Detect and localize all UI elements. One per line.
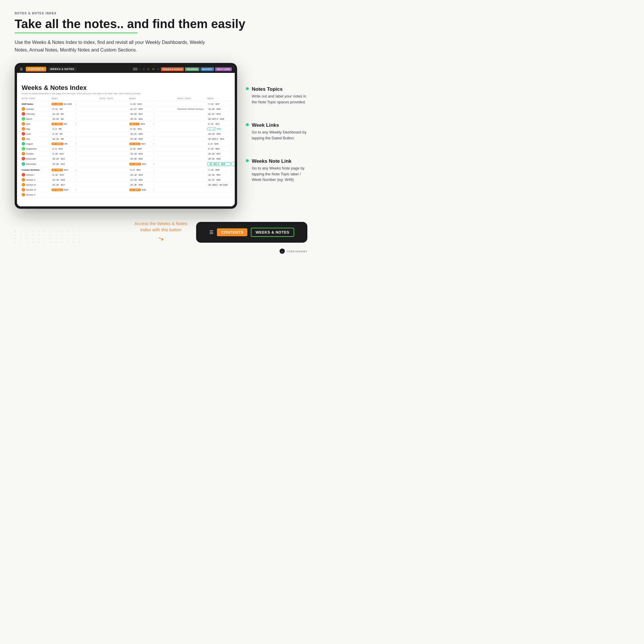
index-title: Weeks & Notes Index — [22, 84, 235, 92]
callouts: Notes Topics Write out and label your no… — [246, 63, 307, 183]
arrow-text: Access the Weeks & NotesIndex with this … — [134, 220, 187, 233]
callout-title: Weeks Note Link — [252, 158, 307, 164]
table-row: › Section V — [22, 192, 235, 197]
nav-dot: › — [22, 178, 25, 181]
main-content: ⊕ CREATE Weeks & Notes Index Access all … — [17, 73, 235, 206]
table-header: NOTE TOPIC WEEK NOTE TOPIC WEEK NOTE TOP… — [22, 97, 235, 101]
device-mockup: ☰ CONTENTS WEEKS & NOTES I II III IV V R… — [15, 63, 237, 208]
callout-title: Week Links — [252, 122, 307, 128]
table-row: › June 9 - 15W7 › 15 - 21W25 › 18 - 25W4… — [22, 131, 235, 136]
table-row: › November 16 - 22W12 › 20 - 26W30 › 23 … — [22, 156, 235, 161]
nav-dot: › — [22, 132, 25, 136]
callout-text: Go to any Weekly Dashboard by tapping th… — [252, 129, 307, 141]
bottom-weeks-button[interactable]: WEEKS & NOTES — [251, 228, 294, 237]
nav-dot: › — [22, 112, 25, 116]
table-row: 2025 Notes 29 - JAN 4W1 2025 › 4 - 10W19… — [22, 102, 235, 107]
dots-decoration — [15, 231, 83, 243]
bottom-contents-button[interactable]: CONTENTS — [217, 228, 247, 236]
callout-text: Go to any Weeks Note page by tapping the… — [252, 165, 307, 183]
table-row: › April 26 - FEB 1W5 › JUN 1 - 7W23 › 5 … — [22, 121, 235, 126]
arrow-icon: ↘ — [157, 234, 165, 243]
nav-dot: › — [22, 188, 25, 191]
nav-dot: › — [22, 117, 25, 121]
callout-weeks-note-link: Weeks Note Link Go to any Weeks Note pag… — [246, 158, 307, 183]
table-row: Custom Sections › 30 - APR 5W14 › 3 - 9W… — [22, 168, 235, 172]
table-row: › March 19 - 25W4 › 25 - 31W22 › 28 - OC… — [22, 117, 235, 121]
nav-dot: › — [22, 152, 25, 155]
tab-roles[interactable]: ROLES & GOALS — [161, 67, 184, 71]
tab-reading[interactable]: READING — [185, 67, 199, 71]
table-row: › July 16 - 22W8 › 22 - 28W26 › 26 - NOV… — [22, 136, 235, 141]
logo-icon: r — [280, 249, 285, 254]
table-row: › October 9 - 15W11 › 13 - 19W29 › 16 - … — [22, 151, 235, 156]
nav-dot: › — [22, 193, 25, 196]
bottom-screen: ☰ CONTENTS WEEKS & NOTES — [198, 224, 306, 241]
subtitle: Use the Weeks & Notes Index to index, fi… — [15, 39, 220, 54]
bottom-menu-icon[interactable]: ☰ — [209, 229, 213, 235]
tab-weeks[interactable]: WEEKS & NOTES — [48, 67, 77, 71]
grid-icon — [133, 68, 138, 71]
menu-icon[interactable]: ☰ — [20, 67, 23, 71]
tab-bucket[interactable]: BUCKET — [201, 67, 214, 71]
nav-dot: › — [22, 183, 25, 186]
callout-text: Write out and label your notes in the No… — [252, 93, 307, 105]
nav-dot: › — [22, 162, 25, 166]
device-screen: ☰ CONTENTS WEEKS & NOTES I II III IV V R… — [17, 65, 235, 206]
nav-dot: › — [22, 173, 25, 177]
tab-contents[interactable]: CONTENTS — [26, 67, 46, 71]
callout-week-links: Week Links Go to any Weekly Dashboard by… — [246, 122, 307, 141]
callout-dot — [246, 159, 249, 162]
table-row: › Section IV 27 - MAY 3W18 › 31 - SEP 6W… — [22, 187, 235, 192]
callout-dot — [246, 123, 249, 126]
tab-selfcare[interactable]: SELF CARE — [215, 67, 232, 71]
table-row: › January 5 - 11W2 › 11 - 17W20 › Rebran… — [22, 107, 235, 112]
table-row: › December 23 - 29W13 › 27 - AUG 2W31 › … — [22, 161, 235, 167]
bottom-device: ☰ CONTENTS WEEKS & NOTES — [196, 222, 307, 243]
table-row: › May 2 - 8W6 › 8 - 14W24 › 12 - 18W42 → — [22, 126, 235, 131]
arrow-label: Access the Weeks & NotesIndex with this … — [134, 220, 187, 243]
table-row: › Section III 20 - 26W17 › 24 - 30W35 › … — [22, 182, 235, 187]
callout-notes-topics: Notes Topics Write out and label your no… — [246, 86, 307, 105]
callout-dot — [246, 87, 249, 90]
table-row: › Section II 13 - 19W16 › 17 - 23W34 › 2… — [22, 177, 235, 182]
table-row: › February 12 - 18W3 › 18 - 24W21 › 21 -… — [22, 112, 235, 117]
index-subtitle: Access all weekly dashboards & note page… — [22, 93, 235, 95]
nav-dot: › — [22, 127, 25, 131]
title-underline — [15, 32, 138, 33]
section-label: NOTES & NOTES INDEX — [15, 12, 307, 15]
nav-dot: › — [22, 142, 25, 145]
logo-text: roterunner — [287, 249, 307, 253]
nav-dot: › — [22, 122, 25, 126]
table-row: › Section I 6 - 12W15 › 10 - 16W33 › 14 … — [22, 172, 235, 177]
table-row: › September 2 - 8W10 › 6 - 12W28 › 9 - 1… — [22, 146, 235, 151]
app-bar: ☰ CONTENTS WEEKS & NOTES I II III IV V R… — [17, 65, 235, 73]
nav-dot: › — [22, 137, 25, 141]
nav-dot: › — [22, 107, 25, 111]
svg-text:r: r — [282, 250, 283, 253]
nav-dot: › — [22, 157, 25, 160]
nav-dot: › — [22, 147, 25, 150]
table-row: › August 23 - MAR 1W9 › 29 - JUL 5W27 › … — [22, 141, 235, 146]
main-title: Take all the notes.. and find them easil… — [15, 17, 307, 31]
callout-title: Notes Topics — [252, 86, 307, 92]
